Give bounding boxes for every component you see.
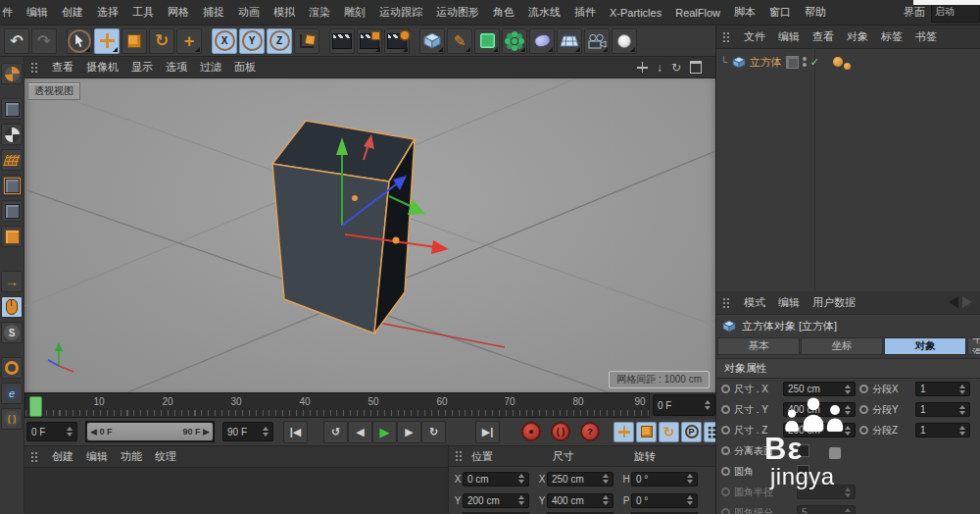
scale-tool-button[interactable] bbox=[122, 28, 147, 54]
render-settings-button[interactable] bbox=[384, 28, 410, 54]
key-parameter-toggle[interactable]: P bbox=[681, 422, 702, 442]
keyframe-ring-icon[interactable] bbox=[721, 385, 730, 393]
last-tool-button[interactable]: + bbox=[176, 28, 202, 54]
move-tool-button[interactable] bbox=[94, 28, 120, 54]
menu-file[interactable]: 件 bbox=[2, 5, 13, 20]
om-menu-view[interactable]: 查看 bbox=[812, 29, 834, 44]
vp-menu-camera[interactable]: 摄像机 bbox=[86, 60, 119, 75]
separate-surfaces-checkbox[interactable] bbox=[797, 444, 809, 457]
spinner-icon[interactable] bbox=[705, 400, 710, 410]
segments-x-input[interactable]: 1 bbox=[915, 382, 970, 396]
object-properties-section[interactable]: 对象属性 bbox=[716, 358, 980, 379]
om-menu-tags[interactable]: 标签 bbox=[881, 29, 903, 44]
rot-p-field[interactable]: 0 ° bbox=[631, 493, 698, 508]
make-editable-button[interactable] bbox=[1, 63, 23, 84]
menu-create[interactable]: 创建 bbox=[62, 5, 83, 20]
timeline-ruler[interactable]: 0 10 20 30 40 50 60 70 80 90 bbox=[24, 392, 650, 418]
metaball-button[interactable] bbox=[529, 28, 555, 54]
snap-settings-button[interactable]: S bbox=[1, 322, 23, 343]
key-position-toggle[interactable] bbox=[613, 422, 634, 442]
keyframe-ring-icon[interactable] bbox=[721, 467, 730, 476]
tab-object[interactable]: 对象 bbox=[884, 337, 966, 355]
points-mode-button[interactable] bbox=[1, 175, 23, 196]
spinner-icon[interactable] bbox=[263, 427, 269, 437]
am-menu-userdata[interactable]: 用户数据 bbox=[812, 295, 856, 310]
redo-button[interactable]: ↷ bbox=[31, 28, 57, 54]
viewport-maximize-icon[interactable] bbox=[690, 61, 702, 74]
keyframe-ring-icon[interactable] bbox=[721, 446, 730, 455]
menu-render[interactable]: 渲染 bbox=[309, 5, 330, 20]
viewport-zoom-icon[interactable]: ↓ bbox=[657, 62, 662, 74]
content-browser-button[interactable]: e bbox=[1, 383, 23, 404]
viewport-solo-button[interactable] bbox=[1, 296, 23, 318]
next-key-button[interactable]: ↻ bbox=[421, 421, 446, 443]
coordinate-system-button[interactable] bbox=[294, 28, 319, 54]
keyframe-ring-icon[interactable] bbox=[721, 426, 730, 435]
edges-mode-button[interactable] bbox=[1, 200, 23, 222]
menu-mograph[interactable]: 运动图形 bbox=[436, 5, 479, 20]
frame-start-field[interactable]: 0 F bbox=[26, 422, 77, 441]
view-label-chip[interactable]: 透视视图 bbox=[27, 82, 80, 100]
menu-window[interactable]: 窗口 bbox=[769, 5, 791, 20]
panel-grip-icon[interactable] bbox=[455, 450, 464, 462]
key-rotation-toggle[interactable]: ↻ bbox=[659, 422, 679, 442]
autokey-button[interactable]: ( ) bbox=[551, 422, 570, 441]
enable-axis-button[interactable]: → bbox=[1, 271, 23, 292]
mat-menu-function[interactable]: 功能 bbox=[121, 449, 142, 464]
primitive-cube-button[interactable] bbox=[419, 28, 445, 54]
layer-state-icon[interactable] bbox=[786, 56, 799, 69]
mat-menu-texture[interactable]: 纹理 bbox=[155, 449, 176, 464]
light-button[interactable] bbox=[612, 28, 637, 54]
current-frame-field[interactable]: 0 F bbox=[653, 394, 715, 416]
size-y-field[interactable]: 400 cm bbox=[547, 493, 613, 508]
visibility-dots-icon[interactable] bbox=[803, 57, 807, 67]
play-button[interactable]: ▶ bbox=[372, 421, 397, 443]
rot-h-field[interactable]: 0 ° bbox=[631, 472, 698, 487]
mat-menu-create[interactable]: 创建 bbox=[52, 449, 74, 464]
camera-button[interactable] bbox=[584, 28, 610, 54]
enable-snap-button[interactable] bbox=[1, 357, 23, 379]
phong-tag-icon[interactable] bbox=[833, 57, 843, 67]
undo-button[interactable]: ↶ bbox=[4, 28, 29, 54]
menu-simulate[interactable]: 模拟 bbox=[273, 5, 295, 20]
object-name[interactable]: 立方体 bbox=[750, 55, 782, 70]
panel-grip-icon[interactable] bbox=[30, 451, 39, 463]
next-frame-button[interactable]: ▶ bbox=[397, 421, 421, 443]
render-view-button[interactable] bbox=[329, 28, 355, 54]
history-forward-icon[interactable] bbox=[962, 296, 972, 308]
menu-motion-tracker[interactable]: 运动跟踪 bbox=[379, 5, 422, 20]
keyframe-ring-icon[interactable] bbox=[721, 405, 730, 414]
lock-y-axis-button[interactable]: Y bbox=[239, 28, 265, 54]
previous-frame-button[interactable]: ◀ bbox=[348, 421, 372, 443]
rotate-tool-button[interactable]: ↻ bbox=[149, 28, 174, 54]
render-region-button[interactable] bbox=[357, 28, 382, 54]
subdivision-surface-button[interactable] bbox=[474, 28, 500, 54]
menu-character[interactable]: 角色 bbox=[493, 5, 514, 20]
menu-mesh[interactable]: 网格 bbox=[168, 5, 189, 20]
xref-button[interactable]: ( ) bbox=[1, 408, 23, 430]
object-row-cube[interactable]: └ 立方体 ✓ bbox=[720, 53, 851, 71]
model-mode-button[interactable] bbox=[1, 98, 23, 120]
viewport-canvas[interactable]: 透视视图 网格间距 : 1000 cm bbox=[24, 78, 715, 392]
menu-edit[interactable]: 编辑 bbox=[26, 5, 48, 20]
menu-animate[interactable]: 动画 bbox=[238, 5, 260, 20]
panel-grip-icon[interactable] bbox=[722, 31, 731, 43]
menu-tools[interactable]: 工具 bbox=[132, 5, 154, 20]
segments-z-input[interactable]: 1 bbox=[915, 423, 970, 437]
menu-plugins[interactable]: 插件 bbox=[574, 5, 596, 20]
menu-script[interactable]: 脚本 bbox=[734, 5, 756, 20]
frame-end-field[interactable]: 90 F bbox=[222, 422, 273, 441]
size-z-input[interactable]: 200 cm bbox=[783, 423, 856, 437]
vp-menu-view[interactable]: 查看 bbox=[52, 60, 74, 75]
menu-xparticles[interactable]: X-Particles bbox=[610, 7, 662, 19]
workplane-mode-button[interactable] bbox=[1, 149, 23, 171]
menu-pipeline[interactable]: 流水线 bbox=[528, 5, 561, 20]
viewport-pan-icon[interactable] bbox=[637, 62, 648, 73]
polygons-mode-button[interactable] bbox=[1, 226, 23, 247]
deformer-button[interactable] bbox=[502, 28, 527, 54]
mat-menu-edit[interactable]: 编辑 bbox=[86, 449, 108, 464]
go-to-end-button[interactable]: ▶| bbox=[475, 421, 500, 443]
menu-snap[interactable]: 捕捉 bbox=[203, 5, 224, 20]
size-x-input[interactable]: 250 cm bbox=[783, 382, 856, 396]
panel-grip-icon[interactable] bbox=[30, 62, 39, 74]
